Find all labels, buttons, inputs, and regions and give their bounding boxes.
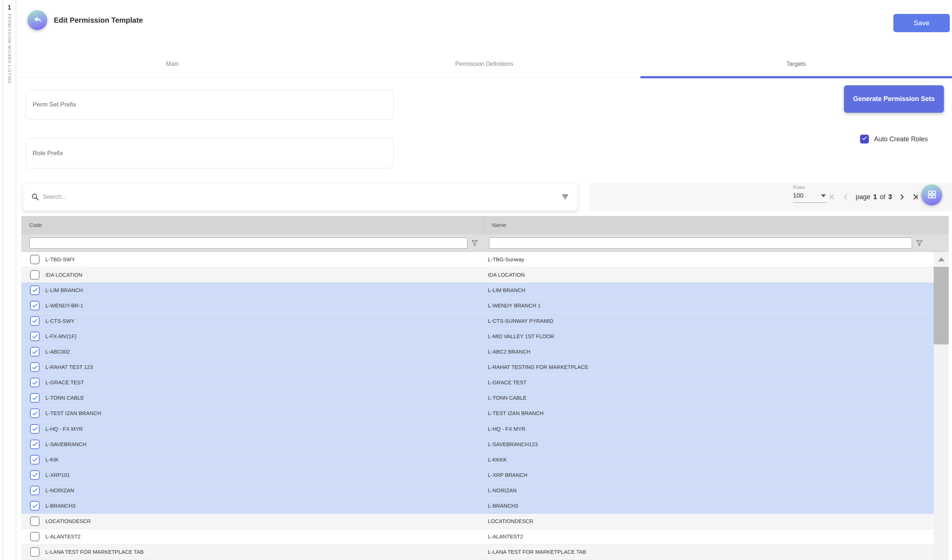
row-checkbox[interactable] bbox=[30, 455, 40, 464]
row-checkbox[interactable] bbox=[30, 440, 40, 449]
table-header: Code Name bbox=[21, 216, 949, 234]
row-checkbox[interactable] bbox=[30, 285, 40, 295]
main-content: Edit Permission Template Save Main Permi… bbox=[17, 0, 952, 560]
row-checkbox[interactable] bbox=[30, 255, 40, 264]
funnel-filter-icon[interactable] bbox=[915, 239, 923, 247]
table-filter-row bbox=[21, 234, 949, 252]
table-row[interactable]: L-SAVEBRANCH L-SAVEBRANCH123 bbox=[21, 437, 934, 452]
tab-permission-definitions[interactable]: Permission Definitions bbox=[328, 51, 640, 77]
back-button[interactable] bbox=[28, 10, 47, 30]
perm-set-prefix-field[interactable]: Perm Set Prefix bbox=[26, 89, 394, 120]
column-layout-button[interactable] bbox=[921, 185, 942, 205]
row-checkbox[interactable] bbox=[30, 393, 40, 403]
table-row[interactable]: IDA LOCATION IDA LOCATION bbox=[21, 267, 934, 282]
table-row[interactable]: L-XRP101 L-XRP BRANCH bbox=[21, 467, 934, 483]
row-checkbox[interactable] bbox=[30, 501, 40, 511]
table-row[interactable]: L-ALANTEST2 L-ALANTEST2 bbox=[21, 529, 934, 545]
row-checkbox[interactable] bbox=[30, 301, 40, 310]
table-row[interactable]: L-TEST IZAN BRANCH L-TEST IZAN BRANCH bbox=[21, 406, 934, 421]
row-checkbox[interactable] bbox=[30, 378, 40, 387]
checkmark-icon bbox=[31, 487, 39, 494]
tab-main[interactable]: Main bbox=[17, 51, 328, 77]
column-header-code[interactable]: Code bbox=[21, 216, 484, 234]
row-checkbox[interactable] bbox=[30, 332, 40, 341]
table-row[interactable]: L-ABC002 L-ABC2 BRANCH bbox=[21, 344, 934, 360]
next-page-button[interactable] bbox=[897, 192, 907, 202]
checkmark-icon bbox=[31, 441, 39, 447]
table-row[interactable]: L-LANA TEST FOR MARKETPLACE TAB L-LANA T… bbox=[21, 545, 934, 560]
last-page-button[interactable] bbox=[910, 192, 920, 202]
row-checkbox[interactable] bbox=[30, 532, 40, 541]
funnel-filter-icon[interactable] bbox=[471, 239, 479, 247]
checkmark-icon bbox=[31, 287, 39, 293]
row-code: IDA LOCATION bbox=[45, 272, 82, 278]
table-row[interactable]: L-TBG-SWY L-TBG-Sunway bbox=[21, 252, 934, 267]
row-checkbox[interactable] bbox=[30, 517, 40, 526]
wizard-rail-label: PERMISSION WIZARD LISTING bbox=[7, 14, 12, 84]
first-page-button[interactable] bbox=[828, 192, 838, 202]
column-header-name[interactable]: Name bbox=[484, 216, 949, 234]
table-row[interactable]: L-RAHAT TEST 123 L-RAHAT TESTING FOR MAR… bbox=[21, 360, 934, 375]
row-checkbox[interactable] bbox=[30, 270, 40, 280]
save-button[interactable]: Save bbox=[893, 14, 950, 32]
previous-page-button[interactable] bbox=[841, 192, 850, 202]
table-row[interactable]: L-LIM BRANCH L-LIM BRANCH bbox=[21, 282, 934, 298]
tab-targets[interactable]: Targets bbox=[640, 51, 952, 77]
row-checkbox[interactable] bbox=[30, 347, 40, 356]
row-name: L-ABC2 BRANCH bbox=[488, 349, 530, 355]
table-row[interactable]: L-HQ - FX MYR L-HQ - FX MYR bbox=[21, 421, 934, 437]
table-row[interactable]: L-CTS-SWY L-CTS-SUNWAY PYRAMID bbox=[21, 313, 934, 329]
checkmark-icon bbox=[31, 471, 39, 478]
row-name: L-TBG-Sunway bbox=[488, 256, 524, 262]
row-name: L-XRP BRANCH bbox=[488, 472, 527, 478]
rows-per-page-select[interactable]: Rows 100 bbox=[793, 185, 827, 203]
table-scrollbar[interactable] bbox=[934, 252, 949, 560]
row-code: L-WENDY-BR-1 bbox=[45, 303, 83, 309]
name-filter-input[interactable] bbox=[489, 238, 912, 248]
row-checkbox[interactable] bbox=[30, 471, 40, 480]
checkmark-icon bbox=[31, 503, 39, 509]
table-row[interactable]: L-FX-MV(1F) L-MID VALLEY 1ST FLOOR bbox=[21, 329, 934, 344]
row-checkbox[interactable] bbox=[30, 316, 40, 326]
row-code: L-TBG-SWY bbox=[45, 256, 75, 262]
filter-list-icon[interactable] bbox=[561, 193, 570, 201]
row-checkbox[interactable] bbox=[30, 409, 40, 418]
row-code: L-NORIZAN bbox=[45, 487, 74, 494]
row-name: L-TONN CABLE bbox=[488, 395, 526, 401]
search-input[interactable] bbox=[43, 194, 561, 200]
row-checkbox[interactable] bbox=[30, 363, 40, 372]
row-checkbox[interactable] bbox=[30, 486, 40, 495]
row-name: L-BRANCH3 bbox=[488, 503, 518, 509]
pagination: page 1 of 3 bbox=[828, 185, 920, 209]
row-checkbox[interactable] bbox=[30, 424, 40, 434]
generate-permission-sets-button[interactable]: Generate Permission Sets bbox=[844, 85, 944, 113]
row-name: L-KKKK bbox=[488, 457, 507, 463]
table-row[interactable]: L-WENDY-BR-1 L-WENDY BRANCH 1 bbox=[21, 298, 934, 313]
row-name: L-NORIZAN bbox=[488, 487, 516, 494]
row-name: L-MID VALLEY 1ST FLOOR bbox=[488, 333, 554, 339]
table-row[interactable]: LOCATIONDESCR LOCATIONDESCR bbox=[21, 514, 934, 529]
role-prefix-label: Role Prefix bbox=[32, 150, 63, 157]
wizard-rail: 1 PERMISSION WIZARD LISTING bbox=[3, 0, 16, 560]
table-row[interactable]: L-NORIZAN L-NORIZAN bbox=[21, 483, 934, 498]
scrollbar-thumb[interactable] bbox=[934, 267, 949, 344]
row-code: L-RAHAT TEST 123 bbox=[45, 364, 93, 370]
table-row[interactable]: L-GRACE TEST L-GRACE TEST bbox=[21, 375, 934, 390]
row-code: L-LANA TEST FOR MARKETPLACE TAB bbox=[45, 549, 144, 555]
row-code: L-BRANCH3 bbox=[45, 503, 76, 509]
row-code: L-LIM BRANCH bbox=[45, 287, 83, 293]
row-code: L-XRP101 bbox=[45, 472, 70, 478]
row-name: L-WENDY BRANCH 1 bbox=[488, 303, 541, 309]
scroll-up-arrow-icon[interactable] bbox=[934, 252, 949, 267]
row-checkbox[interactable] bbox=[30, 547, 40, 557]
role-prefix-field[interactable]: Role Prefix bbox=[26, 138, 394, 168]
row-name: L-RAHAT TESTING FOR MARKETPLACE bbox=[488, 364, 588, 370]
checkmark-icon bbox=[31, 395, 39, 401]
auto-create-roles-checkbox[interactable] bbox=[860, 135, 869, 143]
code-filter-input[interactable] bbox=[29, 238, 467, 248]
table-row[interactable]: L-BRANCH3 L-BRANCH3 bbox=[21, 498, 934, 514]
row-code: L-GRACE TEST bbox=[45, 380, 84, 386]
table-row[interactable]: L-TONN CABLE L-TONN CABLE bbox=[21, 390, 934, 406]
table-row[interactable]: L-KIK L-KKKK bbox=[21, 452, 934, 467]
row-name: L-HQ - FX MYR bbox=[488, 426, 525, 432]
